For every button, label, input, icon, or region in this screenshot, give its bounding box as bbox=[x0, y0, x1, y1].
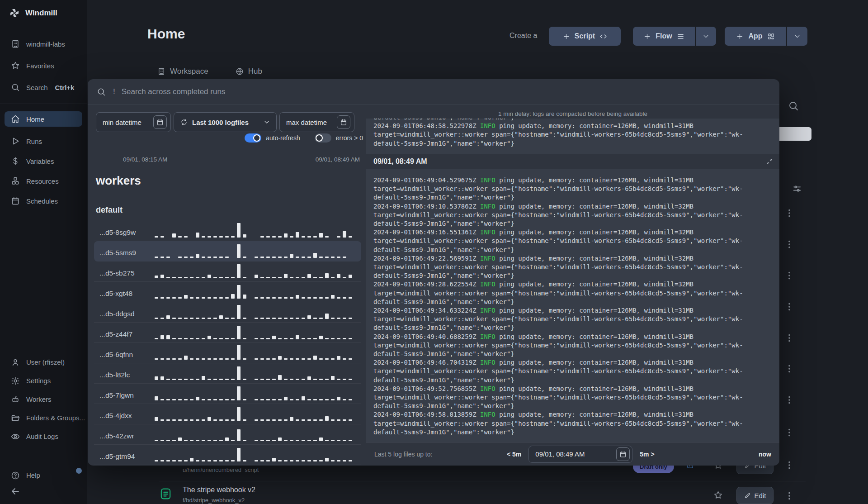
script-item-title[interactable]: The stripe webhook v2 bbox=[183, 486, 255, 494]
now-button[interactable]: now bbox=[759, 451, 771, 458]
app-dropdown-button[interactable] bbox=[787, 27, 807, 46]
worker-sparkline bbox=[155, 444, 358, 461]
worker-row[interactable]: ...d5-4jdxx bbox=[94, 404, 361, 424]
calendar-icon[interactable] bbox=[616, 447, 630, 461]
log-line: target=windmill_worker::worker span={"ho… bbox=[366, 419, 779, 428]
plus-icon bbox=[562, 33, 570, 40]
sidebar-item-workers[interactable]: Workers bbox=[0, 390, 87, 409]
collapse-sidebar-button[interactable] bbox=[10, 486, 21, 497]
worker-row[interactable]: ...d5-ddgsd bbox=[94, 302, 361, 323]
sidebar-item-schedules[interactable]: Schedules bbox=[0, 191, 87, 211]
log-line-partial: default-5sms9-Jmn1G","name":"worker"} bbox=[366, 119, 779, 122]
sidebar-item-workspace[interactable]: windmill-labs bbox=[0, 33, 87, 55]
sidebar-item-label: Folders & Groups... bbox=[26, 414, 85, 422]
chevron-down-icon bbox=[702, 33, 710, 40]
min-datetime-placeholder: min datetime bbox=[103, 119, 142, 126]
log-footer-label: Last 5 log files up to: bbox=[374, 451, 432, 458]
kebab-menu-icon[interactable] bbox=[783, 300, 795, 313]
kebab-menu-icon[interactable] bbox=[783, 207, 795, 219]
log-line: default-5sms9-Jmn1G","name":"worker"} bbox=[366, 376, 779, 385]
sidebar-item-help[interactable]: Help bbox=[0, 466, 87, 485]
kebab-menu-icon[interactable] bbox=[783, 332, 795, 344]
errors-toggle-label: errors > 0 bbox=[336, 134, 363, 142]
sidebar-item-home[interactable]: Home bbox=[5, 111, 82, 127]
plus-icon bbox=[643, 33, 651, 40]
log-datetime-input[interactable]: 09/01, 08:49 AM bbox=[528, 446, 632, 463]
search-icon bbox=[97, 87, 106, 96]
kebab-menu-icon[interactable] bbox=[783, 362, 795, 375]
sidebar-item-label: Schedules bbox=[26, 197, 58, 205]
kebab-menu-icon[interactable] bbox=[783, 490, 795, 502]
auto-refresh-toggle[interactable] bbox=[245, 133, 261, 143]
flow-dropdown-button[interactable] bbox=[696, 27, 716, 46]
log-line: target=windmill_worker::worker span={"ho… bbox=[366, 130, 779, 139]
windmill-logo-icon bbox=[9, 8, 20, 19]
worker-row[interactable]: ...d5-gtm94 bbox=[94, 445, 361, 465]
list-icon bbox=[677, 33, 684, 40]
worker-name: ...d5-gtm94 bbox=[99, 452, 155, 461]
worker-row[interactable]: ...d5-8sg9w bbox=[94, 221, 361, 241]
worker-row[interactable]: ...d5-5sms9 bbox=[94, 241, 361, 262]
sidebar-item-label: Settings bbox=[26, 377, 51, 385]
worker-row[interactable]: ...d5-sb275 bbox=[94, 262, 361, 282]
sidebar-item-label: Runs bbox=[26, 138, 42, 145]
tab-workspace[interactable]: Workspace bbox=[157, 67, 208, 76]
sidebar-item-label: Search bbox=[26, 84, 48, 91]
calendar-icon[interactable] bbox=[153, 115, 167, 129]
sidebar-item-runs[interactable]: Runs bbox=[0, 131, 87, 151]
worker-row[interactable]: ...d5-6qfnn bbox=[94, 343, 361, 363]
back-5m-button[interactable]: < 5m bbox=[507, 451, 521, 458]
kebab-menu-icon[interactable] bbox=[783, 394, 795, 406]
tab-label: Workspace bbox=[170, 67, 208, 76]
script-item-path: f/bd/stripe_webhook_v2 bbox=[183, 497, 245, 504]
min-datetime-input[interactable]: min datetime bbox=[96, 112, 171, 132]
create-script-button[interactable]: Script bbox=[549, 27, 621, 46]
worker-name: ...d5-42zwr bbox=[99, 432, 155, 440]
worker-row[interactable]: ...d5-7lgwn bbox=[94, 384, 361, 404]
max-datetime-input[interactable]: max datetime bbox=[279, 112, 354, 132]
sidebar-item-folders-groups[interactable]: Folders & Groups... bbox=[0, 409, 87, 427]
log-line: target=windmill_worker::worker span={"ho… bbox=[366, 315, 779, 323]
worker-row[interactable]: ...d5-z44f7 bbox=[94, 323, 361, 343]
background-search-icon[interactable] bbox=[788, 100, 799, 111]
worker-name: ...d5-l82lc bbox=[99, 371, 155, 379]
expand-icon[interactable] bbox=[766, 158, 773, 165]
kebab-menu-icon[interactable] bbox=[783, 459, 795, 471]
app-button-label: App bbox=[748, 32, 762, 40]
kebab-menu-icon[interactable] bbox=[783, 269, 795, 282]
script-path-text: u/henri/unencumbered_script bbox=[183, 466, 259, 473]
tab-hub[interactable]: Hub bbox=[236, 67, 262, 76]
worker-name: ...d5-8sg9w bbox=[99, 228, 155, 237]
sidebar-item-settings[interactable]: Settings bbox=[0, 371, 87, 390]
sidebar-item-search[interactable]: SearchCtrl+k bbox=[0, 76, 87, 98]
favorite-star-icon[interactable] bbox=[713, 490, 723, 500]
create-flow-button[interactable]: Flow bbox=[633, 27, 695, 46]
kebab-menu-icon[interactable] bbox=[783, 426, 795, 439]
completed-runs-search-input[interactable] bbox=[122, 87, 770, 96]
create-app-button[interactable]: App bbox=[725, 27, 786, 46]
sidebar-item-audit-logs[interactable]: Audit Logs bbox=[0, 427, 87, 446]
logfiles-dropdown-button[interactable] bbox=[257, 119, 276, 126]
errors-toggle[interactable] bbox=[315, 133, 331, 143]
worker-row[interactable]: ...d5-xgt48 bbox=[94, 282, 361, 302]
edit-button[interactable]: Edit bbox=[736, 487, 774, 504]
sidebar-item-favorites[interactable]: Favorites bbox=[0, 55, 87, 76]
log-line: target=windmill_worker::worker span={"ho… bbox=[366, 367, 779, 376]
calendar-icon[interactable] bbox=[337, 115, 350, 129]
log-block-previous[interactable]: default-5sms9-Jmn1G","name":"worker"}202… bbox=[366, 119, 779, 154]
forward-5m-button[interactable]: 5m > bbox=[640, 451, 654, 458]
worker-row[interactable]: ...d5-l82lc bbox=[94, 363, 361, 384]
logfiles-selector[interactable]: Last 1000 logfiles bbox=[174, 112, 277, 132]
log-block-current[interactable]: 2024-09-01T06:49:04.529675Z INFO ping up… bbox=[366, 169, 779, 442]
filter-sliders-icon[interactable] bbox=[792, 184, 802, 194]
log-line: default-5sms9-Jmn1G","name":"worker"} bbox=[366, 271, 779, 280]
log-line: target=windmill_worker::worker span={"ho… bbox=[366, 211, 779, 219]
worker-sparkline bbox=[155, 281, 358, 299]
sidebar-item-variables[interactable]: Variables bbox=[0, 151, 87, 171]
sidebar-item-user[interactable]: User (rfiszel) bbox=[0, 353, 87, 371]
kebab-menu-icon[interactable] bbox=[783, 238, 795, 251]
sidebar-item-resources[interactable]: Resources bbox=[0, 171, 87, 191]
worker-row[interactable]: ...d5-42zwr bbox=[94, 424, 361, 445]
log-line: default-5sms9-Jmn1G","name":"worker"} bbox=[366, 428, 779, 437]
worker-sparkline bbox=[155, 322, 358, 339]
